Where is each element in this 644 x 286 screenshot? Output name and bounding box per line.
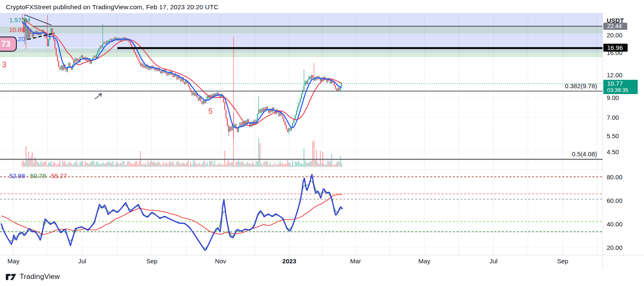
volume-legend-value: 1.573M bbox=[9, 16, 30, 24]
time-axis-label: Mar bbox=[342, 257, 369, 265]
time-axis-label: Sep bbox=[549, 257, 576, 265]
elliott-wave-3-label: 3 bbox=[2, 60, 6, 69]
price-tick-label: 40.00 bbox=[607, 220, 623, 228]
price-tick-label: 9.00 bbox=[607, 94, 619, 101]
bar-countdown: 03:39:35 bbox=[607, 87, 638, 93]
time-axis-label: Sep bbox=[138, 257, 165, 265]
fib-05-label: 0.5(4.08) bbox=[515, 150, 597, 157]
elliott-wave-5-label: 5 bbox=[208, 107, 213, 116]
tradingview-chart-screenshot: CryptoFXStreet published on TradingView.… bbox=[0, 0, 644, 286]
price-tick-label: 80.00 bbox=[607, 173, 623, 181]
price-tick-label: 20.00 bbox=[607, 31, 623, 39]
fib-0382-label: 0.382(9.78) bbox=[515, 82, 597, 89]
price-tick-label: 5.50 bbox=[607, 132, 619, 139]
current-price-value: 10.77 bbox=[607, 80, 638, 87]
tradingview-logo-icon bbox=[5, 273, 17, 281]
price-tick-label: 60.00 bbox=[607, 197, 623, 204]
time-axis-label: Jul bbox=[480, 257, 507, 265]
time-axis-label: Nov bbox=[207, 257, 234, 265]
price-level-badge-mid: 16.96 bbox=[603, 44, 628, 52]
tradingview-branding[interactable]: TradingView bbox=[5, 273, 60, 281]
time-axis-label: Jul bbox=[69, 257, 96, 265]
chart-canvas[interactable] bbox=[0, 0, 644, 286]
current-price-badge: 10.77 03:39:35 bbox=[603, 80, 638, 94]
price-tick-label: 4.50 bbox=[607, 148, 619, 155]
price-tick-label: 20.00 bbox=[607, 244, 623, 251]
price-level-badge-upper: 22.44 bbox=[603, 23, 627, 30]
time-axis-label: May bbox=[411, 257, 438, 265]
price-tick-label: 12.00 bbox=[607, 71, 623, 79]
tradingview-brand-text: TradingView bbox=[20, 273, 60, 281]
oscillator-value-blue: 52.88 bbox=[9, 172, 25, 179]
time-axis-label: May bbox=[0, 257, 27, 265]
price-tick-label: 7.00 bbox=[607, 114, 619, 121]
price-callout-box: 73 bbox=[0, 37, 17, 52]
oscillator-value-red: 55.27 bbox=[51, 172, 67, 179]
time-axis-label: 2023 bbox=[276, 257, 303, 265]
oscillator-value-green: 50.78 bbox=[30, 172, 46, 179]
ma-slow-legend-value: 10.86 bbox=[9, 26, 25, 33]
